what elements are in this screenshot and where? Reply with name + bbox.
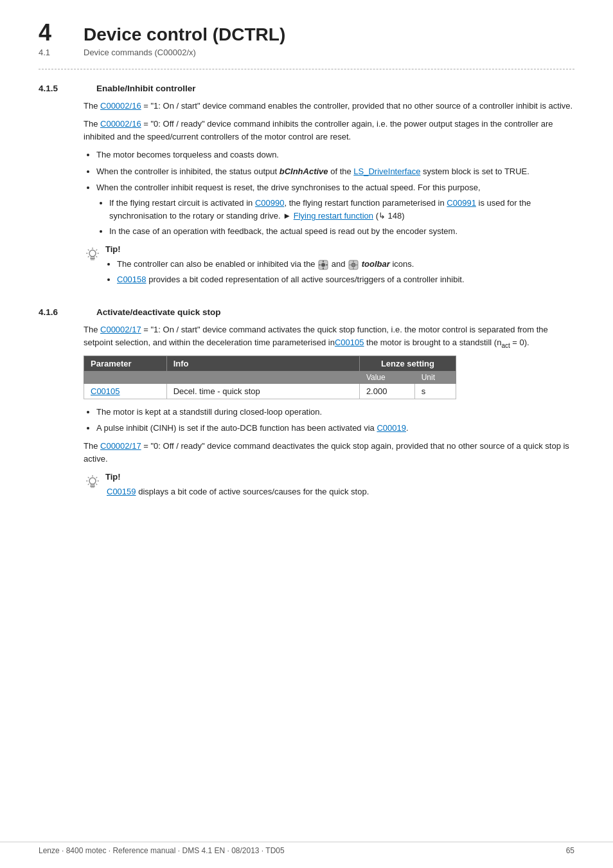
col-subheader-value: Value	[359, 371, 414, 383]
link-c00159[interactable]: C00159	[107, 487, 136, 496]
link-c00990[interactable]: C00990	[255, 198, 285, 208]
section-title: Device commands (C00002/x)	[84, 48, 196, 57]
link-c00105-table[interactable]: C00105	[91, 386, 120, 396]
col-subheader-param	[84, 371, 167, 383]
tip-bullet-415-2: C00158 provides a bit coded representati…	[117, 273, 465, 286]
col-header-info: Info	[166, 356, 359, 371]
tip-label-416: Tip!	[105, 472, 369, 482]
cell-param: C00105	[84, 383, 167, 399]
svg-line-32	[96, 477, 97, 478]
tip-box-415: Tip! The controller can also be enabled …	[84, 244, 574, 289]
bullet-416-1: The motor is kept at a standstill during…	[96, 406, 574, 419]
section-header: 4.1 Device commands (C00002/x)	[39, 48, 574, 57]
bullet-415-2: When the controller is inhibited, the st…	[96, 165, 574, 178]
col-subheader-unit: Unit	[414, 371, 456, 383]
svg-line-33	[88, 484, 89, 485]
tip-content-416: Tip! C00159 displays a bit code of activ…	[105, 472, 369, 498]
page: 4 Device control (DCTRL) 4.1 Device comm…	[0, 0, 613, 868]
col-subheader-info	[166, 371, 359, 383]
svg-line-6	[88, 249, 89, 251]
tip-icon-416	[84, 473, 102, 491]
subsection-416-title: Activate/deactivate quick stop	[96, 307, 221, 317]
bullet-list-416: The motor is kept at a standstill during…	[96, 406, 574, 435]
cell-value: 2.000	[359, 383, 414, 399]
tip-bullet-415-1: The controller can also be enabled or in…	[117, 258, 465, 271]
table-row: C00105 Decel. time - quick stop 2.000 s	[84, 383, 456, 399]
link-c00002-17-2[interactable]: C00002/17	[100, 441, 141, 451]
svg-rect-34	[90, 486, 95, 487]
svg-point-24	[89, 478, 96, 484]
bullet-415-3: When the controller inhibit request is r…	[96, 181, 574, 239]
link-ls-driveinterface[interactable]: LS_DriveInterface	[353, 167, 420, 176]
link-c00002-17-1[interactable]: C00002/17	[100, 325, 141, 334]
subsection-415-number: 4.1.5	[39, 84, 84, 93]
svg-point-19	[351, 263, 355, 267]
svg-line-8	[96, 249, 97, 251]
link-c00002-16-2[interactable]: C00002/16	[100, 119, 141, 129]
bullet-416-2: A pulse inhibit (CINH) is set if the aut…	[96, 422, 574, 435]
footer: Lenze · 8400 motec · Reference manual · …	[0, 842, 613, 855]
chapter-number: 4	[39, 19, 71, 46]
link-flying-restart[interactable]: Flying restart func­tion	[294, 211, 373, 221]
svg-line-7	[96, 257, 97, 258]
tip-text-416: C00159 displays a bit code of active sou…	[107, 485, 369, 498]
divider	[39, 69, 574, 69]
svg-rect-10	[90, 258, 95, 259]
link-c00158[interactable]: C00158	[117, 275, 147, 284]
col-header-lenze: Lenze setting	[359, 356, 456, 371]
tip-bullets-415: The controller can also be enabled or in…	[117, 258, 465, 289]
col-header-parameter: Parameter	[84, 356, 167, 371]
svg-point-0	[89, 250, 96, 257]
subsection-415: 4.1.5 Enable/Inhibit controller The C000…	[39, 84, 574, 289]
tip-label-415: Tip!	[105, 244, 465, 254]
para-416-2: The C00002/17 = "0: Off / ready" device …	[84, 440, 574, 466]
footer-left: Lenze · 8400 motec · Reference manual · …	[39, 846, 285, 855]
footer-right: 65	[566, 846, 574, 855]
link-c00002-16-1[interactable]: C00002/16	[100, 101, 141, 111]
param-table-416: Parameter Info Lenze setting Value Unit …	[84, 356, 456, 399]
subsection-416-number: 4.1.6	[39, 307, 84, 317]
section-number: 4.1	[39, 48, 71, 57]
svg-line-9	[88, 257, 89, 258]
link-c00105-inline[interactable]: C00105	[335, 338, 364, 347]
chapter-title: Device control (DCTRL)	[84, 24, 285, 45]
sub-bullet-415-1: If the flying restart circuit is activat…	[109, 197, 574, 222]
para-415-2: The C00002/16 = "0: Off / ready" device …	[84, 118, 574, 143]
sub-bullet-415-2: In the case of an operation with feedbac…	[109, 225, 574, 238]
svg-point-13	[321, 263, 325, 267]
para-416-1: The C00002/17 = "1: On / start" device c…	[84, 323, 574, 350]
subsection-415-title: Enable/Inhibit controller	[96, 84, 196, 93]
subsection-415-header: 4.1.5 Enable/Inhibit controller	[39, 84, 574, 93]
bullet-list-415: The motor becomes torqueless and coasts …	[96, 149, 574, 238]
link-c00019[interactable]: C00019	[377, 423, 406, 433]
cell-unit: s	[414, 383, 456, 399]
subsection-416: 4.1.6 Activate/deactivate quick stop The…	[39, 307, 574, 499]
tip-icon-415	[84, 245, 102, 263]
link-c00991[interactable]: C00991	[447, 198, 476, 208]
sub-bullet-list-415: If the flying restart circuit is activat…	[109, 197, 574, 238]
svg-rect-11	[91, 260, 94, 260]
svg-rect-35	[91, 487, 94, 488]
cell-info: Decel. time - quick stop	[166, 383, 359, 399]
tip-content-415: Tip! The controller can also be enabled …	[105, 244, 465, 289]
subsection-416-header: 4.1.6 Activate/deactivate quick stop	[39, 307, 574, 317]
bullet-415-1: The motor becomes torqueless and coasts …	[96, 149, 574, 161]
svg-line-30	[88, 477, 89, 478]
svg-line-31	[96, 484, 97, 485]
chapter-header: 4 Device control (DCTRL)	[39, 19, 574, 46]
para-415-1: The C00002/16 = "1: On / start" device c…	[84, 100, 574, 113]
tip-box-416: Tip! C00159 displays a bit code of activ…	[84, 472, 574, 498]
